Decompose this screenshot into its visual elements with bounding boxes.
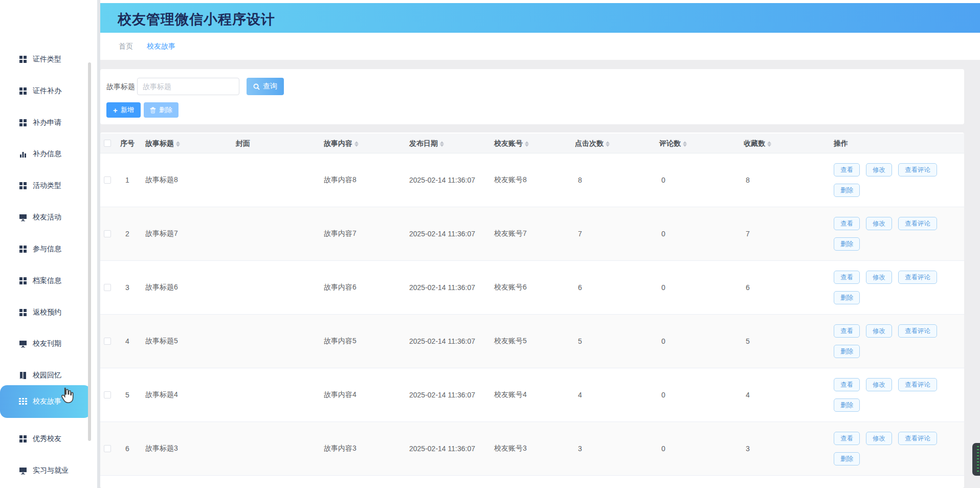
- view-comments-button[interactable]: 查看评论: [898, 217, 937, 230]
- edit-button[interactable]: 修改: [866, 432, 892, 445]
- story-content: 故事内容4: [324, 390, 357, 400]
- click-count: 5: [578, 337, 582, 345]
- grid9-icon: [19, 397, 27, 406]
- sidebar-item-label: 校友刊期: [33, 339, 61, 348]
- delete-row-button[interactable]: 删除: [834, 237, 860, 251]
- row-index: 2: [120, 230, 135, 238]
- sidebar-item-archive-info[interactable]: 档案信息: [0, 265, 97, 297]
- delete-row-button[interactable]: 删除: [834, 291, 860, 304]
- click-count: 6: [578, 283, 582, 292]
- col-date[interactable]: 发布日期: [409, 134, 445, 153]
- sidebar-item-certificate-reissue[interactable]: 证件补办: [0, 75, 97, 107]
- edit-button[interactable]: 修改: [866, 378, 892, 391]
- add-button[interactable]: + 新增: [106, 102, 141, 118]
- grid-icon: [19, 277, 27, 285]
- sidebar-item-alumni-journal[interactable]: 校友刊期: [0, 328, 97, 360]
- sidebar-item-alumni-story[interactable]: 校友故事: [0, 385, 91, 418]
- col-account[interactable]: 校友账号: [494, 134, 530, 153]
- select-all-checkbox[interactable]: [104, 140, 111, 147]
- view-comments-button[interactable]: 查看评论: [898, 432, 937, 445]
- delete-row-button[interactable]: 删除: [834, 184, 860, 197]
- view-button[interactable]: 查看: [834, 324, 860, 338]
- view-button[interactable]: 查看: [834, 163, 860, 176]
- view-comments-button[interactable]: 查看评论: [898, 324, 937, 338]
- col-clicks[interactable]: 点击次数: [575, 134, 611, 153]
- story-content: 故事内容5: [324, 337, 357, 346]
- page-scrollbar-thumb[interactable]: [972, 443, 980, 476]
- sidebar-item-reissue-apply[interactable]: 补办申请: [0, 107, 97, 139]
- stories-table-card: 序号 故事标题 封面 故事内容 发布日期 校友账号 点击次数 评论数 收藏数 操…: [100, 132, 964, 488]
- delete-row-button[interactable]: 删除: [834, 345, 860, 358]
- col-comments[interactable]: 评论数: [659, 134, 688, 153]
- alumni-account: 校友账号8: [494, 175, 527, 185]
- table-row: 1 故事标题8 故事内容8 2025-02-14 11:36:07 校友账号8 …: [100, 153, 964, 207]
- view-button[interactable]: 查看: [834, 432, 860, 445]
- story-title: 故事标题3: [145, 444, 178, 453]
- table-row: 5 故事标题4 故事内容4 2025-02-14 11:36:07 校友账号4 …: [100, 368, 964, 422]
- view-button[interactable]: 查看: [834, 378, 860, 391]
- sidebar-item-reissue-info[interactable]: 补办信息: [0, 138, 97, 170]
- delete-button[interactable]: 删除: [144, 102, 179, 118]
- comment-count: 0: [661, 230, 665, 238]
- trash-icon: [150, 107, 156, 114]
- bar-chart-icon: [19, 150, 27, 158]
- row-checkbox[interactable]: [104, 230, 111, 237]
- row-checkbox[interactable]: [104, 176, 111, 184]
- sort-carets-icon[interactable]: [606, 141, 611, 147]
- breadcrumb-home[interactable]: 首页: [119, 42, 133, 51]
- delete-row-button[interactable]: 删除: [834, 398, 860, 412]
- sidebar-item-participation-info[interactable]: 参与信息: [0, 233, 97, 265]
- row-checkbox[interactable]: [104, 445, 111, 452]
- row-checkbox[interactable]: [104, 338, 111, 345]
- sidebar-item-label: 补办信息: [33, 149, 61, 159]
- grid-icon: [19, 119, 27, 127]
- col-content[interactable]: 故事内容: [324, 134, 360, 153]
- col-favorites[interactable]: 收藏数: [744, 134, 772, 153]
- row-checkbox[interactable]: [104, 284, 111, 291]
- sidebar-item-alumni-activity[interactable]: 校友活动: [0, 202, 97, 233]
- story-title: 故事标题5: [145, 337, 178, 346]
- delete-row-button[interactable]: 删除: [834, 452, 860, 465]
- breadcrumb-current[interactable]: 校友故事: [147, 42, 175, 51]
- sort-carets-icon[interactable]: [176, 141, 181, 147]
- story-title: 故事标题7: [145, 229, 178, 238]
- col-title[interactable]: 故事标题: [145, 134, 181, 153]
- breadcrumb: 首页 校友故事: [100, 33, 980, 60]
- sort-carets-icon[interactable]: [525, 141, 530, 147]
- sidebar-scrollbar-thumb[interactable]: [88, 62, 91, 441]
- sort-carets-icon[interactable]: [683, 141, 688, 147]
- view-comments-button[interactable]: 查看评论: [898, 271, 937, 284]
- sidebar-item-label: 活动类型: [33, 181, 61, 190]
- table-row: 3 故事标题6 故事内容6 2025-02-14 11:36:07 校友账号6 …: [100, 261, 964, 315]
- sidebar-item-activity-type[interactable]: 活动类型: [0, 170, 97, 202]
- sort-carets-icon[interactable]: [354, 141, 360, 147]
- view-comments-button[interactable]: 查看评论: [898, 163, 937, 176]
- sort-carets-icon[interactable]: [440, 141, 445, 147]
- sidebar-item-certificate-type[interactable]: 证件类型: [0, 43, 97, 75]
- edit-button[interactable]: 修改: [866, 163, 892, 176]
- view-button[interactable]: 查看: [834, 217, 860, 230]
- col-cover: 封面: [236, 134, 250, 153]
- view-comments-button[interactable]: 查看评论: [898, 378, 937, 391]
- sidebar-item-outstanding-alumni[interactable]: 优秀校友: [0, 423, 97, 455]
- book-icon: [19, 371, 27, 380]
- view-button[interactable]: 查看: [834, 271, 860, 284]
- query-button[interactable]: 查询: [247, 78, 284, 95]
- publish-date: 2025-02-14 11:36:07: [409, 283, 475, 292]
- sidebar-item-internship-employment[interactable]: 实习与就业: [0, 455, 97, 486]
- story-content: 故事内容6: [324, 283, 357, 292]
- row-checkbox[interactable]: [104, 391, 111, 398]
- story-title-search-input[interactable]: [137, 78, 239, 95]
- edit-button[interactable]: 修改: [866, 324, 892, 338]
- table-header-row: 序号 故事标题 封面 故事内容 发布日期 校友账号 点击次数 评论数 收藏数 操…: [100, 134, 964, 153]
- grid-icon: [19, 245, 27, 253]
- sidebar-item-label: 校友活动: [33, 213, 61, 222]
- grid-icon: [19, 435, 27, 443]
- edit-button[interactable]: 修改: [866, 271, 892, 284]
- sort-carets-icon[interactable]: [767, 141, 772, 147]
- publish-date: 2025-02-14 11:36:07: [409, 176, 475, 184]
- favorite-count: 3: [746, 445, 750, 453]
- sidebar-item-return-reservation[interactable]: 返校预约: [0, 297, 97, 328]
- edit-button[interactable]: 修改: [866, 217, 892, 230]
- search-field-label: 故事标题: [106, 78, 135, 95]
